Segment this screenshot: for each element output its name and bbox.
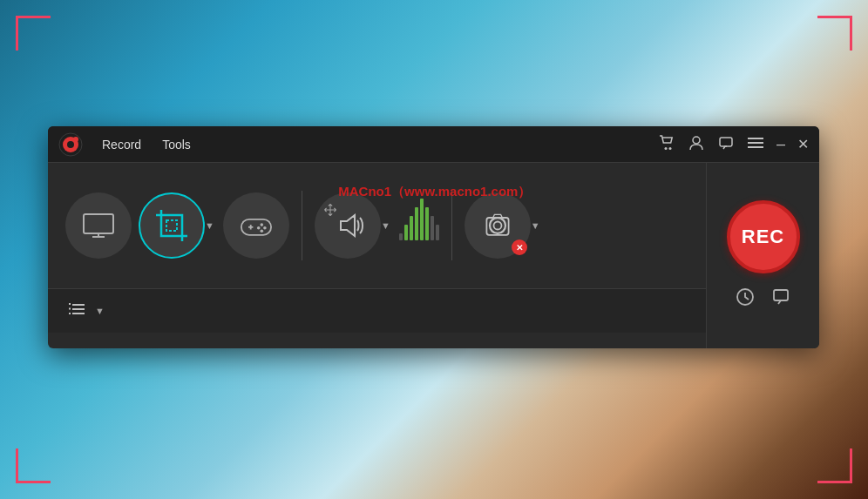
toolbar: MACno1（www.macno1.com）: [48, 163, 706, 289]
user-icon[interactable]: [688, 135, 705, 154]
svg-point-21: [260, 230, 263, 233]
comments-icon[interactable]: [772, 287, 791, 311]
rec-button[interactable]: REC: [727, 200, 800, 273]
crop-button-group: ▼: [139, 192, 216, 259]
svg-point-18: [260, 223, 263, 226]
svg-point-19: [263, 226, 267, 230]
svg-point-2: [67, 141, 74, 148]
game-record-button[interactable]: [223, 192, 289, 259]
svg-rect-29: [69, 303, 71, 305]
divider-2: [451, 191, 452, 260]
list-icon[interactable]: [65, 300, 88, 322]
audio-level-bars: [399, 204, 439, 247]
list-dropdown-arrow[interactable]: ▼: [93, 302, 106, 320]
main-area: MACno1（www.macno1.com）: [48, 163, 819, 348]
corner-bracket-tl: [16, 16, 51, 51]
menu-bar: Record Tools: [93, 134, 658, 155]
svg-point-4: [664, 147, 667, 150]
minimize-button[interactable]: –: [776, 135, 785, 153]
svg-rect-15: [241, 219, 271, 235]
audio-record-button[interactable]: [315, 192, 381, 259]
titlebar-actions: – ✕: [658, 135, 809, 154]
svg-marker-22: [341, 215, 355, 236]
svg-point-24: [493, 222, 501, 230]
svg-point-5: [668, 147, 671, 150]
cart-icon[interactable]: [658, 135, 675, 154]
bottom-bar: ▼: [48, 289, 706, 333]
hamburger-menu-icon[interactable]: [747, 137, 764, 152]
svg-point-3: [73, 137, 78, 142]
audio-bar-6: [425, 207, 429, 240]
svg-rect-31: [69, 313, 71, 314]
rec-panel: REC: [706, 163, 819, 348]
svg-point-20: [257, 226, 261, 230]
corner-bracket-bl: [16, 448, 51, 483]
chat-icon[interactable]: [717, 135, 735, 154]
audio-bar-7: [431, 216, 434, 240]
audio-bar-1: [399, 233, 403, 240]
svg-rect-33: [774, 290, 788, 300]
crop-dropdown-arrow[interactable]: ▼: [203, 217, 216, 234]
screen-record-button[interactable]: [65, 192, 132, 259]
webcam-disabled-badge: ✕: [512, 239, 527, 255]
audio-bar-4: [415, 207, 418, 240]
svg-rect-11: [84, 214, 113, 233]
webcam-button[interactable]: ✕: [465, 192, 531, 259]
audio-bar-5: [420, 199, 424, 240]
webcam-dropdown-arrow[interactable]: ▼: [529, 217, 542, 234]
controls-area: MACno1（www.macno1.com）: [48, 163, 706, 348]
audio-dropdown-arrow[interactable]: ▼: [379, 217, 392, 234]
divider-1: [302, 191, 302, 260]
history-icon[interactable]: [736, 287, 755, 311]
corner-bracket-tr: [817, 16, 852, 51]
webcam-button-group: ✕ ▼: [465, 192, 542, 259]
title-bar: Record Tools: [48, 126, 819, 163]
bottom-left: ▼: [65, 300, 106, 322]
svg-rect-7: [720, 138, 732, 146]
audio-bar-3: [410, 216, 413, 240]
audio-bar-2: [404, 225, 408, 240]
menu-tools[interactable]: Tools: [153, 134, 200, 155]
svg-rect-30: [69, 308, 71, 310]
svg-rect-14: [166, 220, 177, 231]
audio-bar-8: [436, 225, 439, 240]
corner-bracket-br: [817, 448, 852, 483]
audio-button-group: ▼: [315, 192, 392, 259]
app-logo: [58, 132, 83, 157]
svg-point-6: [693, 137, 700, 144]
close-button[interactable]: ✕: [797, 136, 809, 152]
app-window: Record Tools: [48, 126, 819, 348]
crop-button[interactable]: [139, 192, 205, 259]
menu-record[interactable]: Record: [93, 134, 150, 155]
